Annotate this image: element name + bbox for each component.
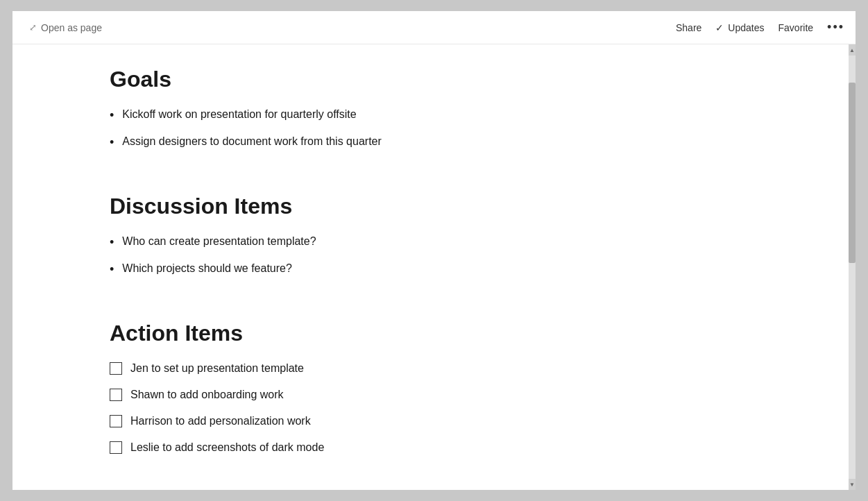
scrollbar-thumb[interactable] (849, 83, 856, 263)
list-item: Which projects should we feature? (110, 260, 807, 279)
goals-list: Kickoff work on presentation for quarter… (110, 106, 807, 152)
check-icon: ✓ (715, 22, 724, 33)
top-bar-right: Share ✓ Updates Favorite ••• (676, 20, 844, 35)
page-container: ⤢ Open as page Share ✓ Updates Favorite … (12, 11, 856, 490)
goals-heading: Goals (110, 67, 807, 92)
action-item-1: Jen to set up presentation template (130, 360, 304, 377)
discussion-list: Who can create presentation template? Wh… (110, 233, 807, 279)
scrollbar-arrow-down[interactable]: ▼ (849, 479, 856, 490)
share-button[interactable]: Share (676, 22, 701, 33)
list-item: Jen to set up presentation template (110, 360, 807, 377)
updates-button[interactable]: ✓ Updates (715, 22, 764, 33)
list-item: Assign designers to document work from t… (110, 133, 807, 152)
list-item: Who can create presentation template? (110, 233, 807, 252)
checkbox-4[interactable] (110, 441, 122, 454)
scrollbar-arrow-up[interactable]: ▲ (849, 44, 856, 56)
checkbox-1[interactable] (110, 362, 122, 375)
open-as-page-label: Open as page (41, 22, 102, 33)
list-item: Kickoff work on presentation for quarter… (110, 106, 807, 125)
updates-label: Updates (728, 22, 764, 33)
open-as-page-icon: ⤢ (29, 22, 37, 33)
action-item-4: Leslie to add screenshots of dark mode (130, 439, 324, 456)
scrollbar-track[interactable]: ▲ ▼ (849, 44, 856, 490)
top-bar: ⤢ Open as page Share ✓ Updates Favorite … (12, 11, 856, 44)
list-item: Harrison to add personalization work (110, 413, 807, 430)
share-label: Share (676, 22, 701, 33)
content-area: Goals Kickoff work on presentation for q… (12, 44, 856, 490)
goals-item-1: Kickoff work on presentation for quarter… (122, 106, 356, 123)
discussion-heading: Discussion Items (110, 194, 807, 219)
open-as-page-button[interactable]: ⤢ Open as page (24, 19, 108, 36)
action-item-2: Shawn to add onboarding work (130, 387, 284, 403)
action-heading: Action Items (110, 321, 807, 346)
list-item: Leslie to add screenshots of dark mode (110, 439, 807, 456)
favorite-button[interactable]: Favorite (778, 22, 814, 33)
goals-item-2: Assign designers to document work from t… (122, 133, 382, 150)
discussion-item-1: Who can create presentation template? (122, 233, 316, 250)
action-item-3: Harrison to add personalization work (130, 413, 311, 430)
checkbox-2[interactable] (110, 389, 122, 401)
action-list: Jen to set up presentation template Shaw… (110, 360, 807, 456)
discussion-item-2: Which projects should we feature? (122, 260, 292, 277)
more-options-button[interactable]: ••• (827, 20, 844, 35)
list-item: Shawn to add onboarding work (110, 387, 807, 403)
main-content: Goals Kickoff work on presentation for q… (12, 44, 849, 490)
favorite-label: Favorite (778, 22, 814, 33)
checkbox-3[interactable] (110, 415, 122, 427)
